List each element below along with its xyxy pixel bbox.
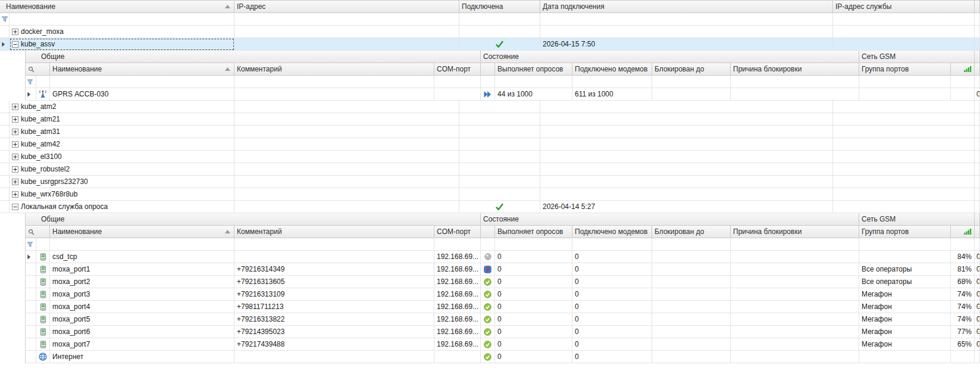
detail-column-header-block-reason[interactable]: Причина блокировки [731,226,859,238]
device-icon-cell [36,313,50,326]
filter-cell-date[interactable] [540,13,833,26]
detail-column-header-modems[interactable]: Подключено модемов [572,226,652,238]
filter-cell-blocked-until[interactable] [652,238,731,251]
detail-column-header-name[interactable]: Наименование [50,226,234,238]
band-gsm[interactable]: Сеть GSM [859,213,975,226]
edge-cell: 0 [975,288,980,301]
detail-header-row: Наименование Комментарий COM-порт Выполн… [0,226,980,238]
comment-cell [234,88,434,101]
table-row[interactable]: moxa_port2 +79216313605 192.168.69... 0 … [0,276,980,288]
expand-plus-icon[interactable] [12,154,18,160]
expand-plus-icon[interactable] [12,179,18,185]
filter-cell-service-ip[interactable] [833,13,975,26]
table-row[interactable]: kube_atm42 [0,138,980,151]
filter-cell-signal[interactable] [951,238,975,251]
filter-cell-com-port[interactable] [434,76,481,88]
filter-cell-blocked-until[interactable] [652,76,731,88]
detail-column-header-polls[interactable]: Выполняет опросов [495,63,572,76]
table-row[interactable]: kube_atm21 [0,113,980,126]
table-row-selected[interactable]: kube_assv 2026-04-15 7:50 [0,38,980,51]
filter-cell-port-group[interactable] [859,76,951,88]
table-row[interactable]: kube_usrgprs232730 [0,176,980,188]
filter-cell-block-reason[interactable] [731,76,859,88]
filter-cell-name[interactable] [50,76,234,88]
detail-column-header-state-icon[interactable] [481,226,495,238]
table-row[interactable]: moxa_port7 +79217439488 192.168.69... 0 … [0,338,980,351]
detail-column-header-blocked-until[interactable]: Блокирован до [652,63,731,76]
detail-column-header-signal[interactable] [951,226,975,238]
detail-column-header-com-port[interactable]: COM-порт [434,63,481,76]
edge-cell [975,188,980,201]
table-row[interactable]: moxa_port5 +79216313822 192.168.69... 0 … [0,313,980,326]
detail-column-header-port-group[interactable]: Группа портов [859,226,951,238]
table-row[interactable]: moxa_port1 +79216314349 192.168.69... 0 … [0,263,980,276]
table-row[interactable]: moxa_port4 +79811711213 192.168.69... 0 … [0,301,980,313]
filter-cell-signal[interactable] [951,76,975,88]
filter-cell-connected[interactable] [459,13,540,26]
expand-plus-icon[interactable] [12,29,18,35]
detail-column-header-state-icon[interactable] [481,63,495,76]
detail-search-header[interactable] [25,226,50,238]
com-port-cell: 192.168.69... [434,338,481,351]
detail-column-header-block-reason[interactable]: Причина блокировки [731,63,859,76]
filter-cell-polls[interactable] [495,76,572,88]
column-header-name[interactable]: Наименование [0,1,234,13]
ok-check-icon [484,316,491,323]
band-state[interactable]: Состояние [481,213,859,226]
detail-column-header-port-group[interactable]: Группа портов [859,63,951,76]
column-header-connected[interactable]: Подключена [459,1,540,13]
ok-check-icon [484,328,491,336]
port-group-cell: Мегафон [859,288,951,301]
filter-cell-com-port[interactable] [434,238,481,251]
band-state[interactable]: Состояние [481,51,859,63]
band-gsm[interactable]: Сеть GSM [859,51,975,63]
table-row[interactable]: GPRS АССВ-030 44 из 1000 611 из 1000 0 [0,88,980,101]
row-indicator [0,26,10,38]
collapse-minus-icon[interactable] [12,41,18,48]
table-row[interactable]: kube_atm31 [0,126,980,138]
column-header-service-ip[interactable]: IP-адрес службы [833,1,975,13]
expand-plus-icon[interactable] [12,104,18,110]
detail-column-header-modems[interactable]: Подключено модемов [572,63,652,76]
filter-cell-polls[interactable] [495,238,572,251]
table-row[interactable]: kube_robustel2 [0,163,980,176]
detail-column-header-blocked-until[interactable]: Блокирован до [652,226,731,238]
table-row[interactable]: kube_el3100 [0,151,980,163]
filter-cell-modems[interactable] [572,238,652,251]
table-row[interactable]: docker_moxa [0,26,980,38]
column-header-date[interactable]: Дата подключения [540,1,833,13]
detail-column-header-comment[interactable]: Комментарий [234,226,434,238]
table-row[interactable]: kube_wrx768r8ub [0,188,980,201]
table-row[interactable]: csd_tcp 192.168.69... 0 0 84% 0 [0,251,980,263]
filter-cell-modems[interactable] [572,76,652,88]
column-header-ip[interactable]: IP-адрес [234,1,459,13]
band-general[interactable]: Общие [25,51,481,63]
detail-column-header-comment[interactable]: Комментарий [234,63,434,76]
table-row[interactable]: kube_atm2 [0,101,980,113]
table-row[interactable]: moxa_port6 +79214395023 192.168.69... 0 … [0,326,980,338]
collapse-minus-icon[interactable] [12,204,18,210]
filter-cell-ip[interactable] [234,13,459,26]
table-row[interactable]: Интернет 0 0 [0,351,980,363]
expand-plus-icon[interactable] [12,166,18,173]
detail-column-header-com-port[interactable]: COM-порт [434,226,481,238]
modem-icon [39,253,47,261]
expand-plus-icon[interactable] [12,129,18,135]
filter-cell-comment[interactable] [234,76,434,88]
detail-column-header-signal[interactable] [951,63,975,76]
expand-plus-icon[interactable] [12,116,18,123]
filter-cell-name[interactable] [10,13,234,26]
table-row[interactable]: moxa_port3 +79216313109 192.168.69... 0 … [0,288,980,301]
detail-search-header[interactable] [25,63,50,76]
modems-cell: 0 [572,263,652,276]
filter-cell-port-group[interactable] [859,238,951,251]
filter-cell-comment[interactable] [234,238,434,251]
expand-plus-icon[interactable] [12,191,18,198]
filter-cell-block-reason[interactable] [731,238,859,251]
detail-column-header-name[interactable]: Наименование [50,63,234,76]
detail-column-header-polls[interactable]: Выполняет опросов [495,226,572,238]
filter-cell-name[interactable] [50,238,234,251]
expand-plus-icon[interactable] [12,141,18,148]
table-row[interactable]: Локальная служба опроса 2026-04-14 5:27 [0,201,980,213]
band-general[interactable]: Общие [25,213,481,226]
